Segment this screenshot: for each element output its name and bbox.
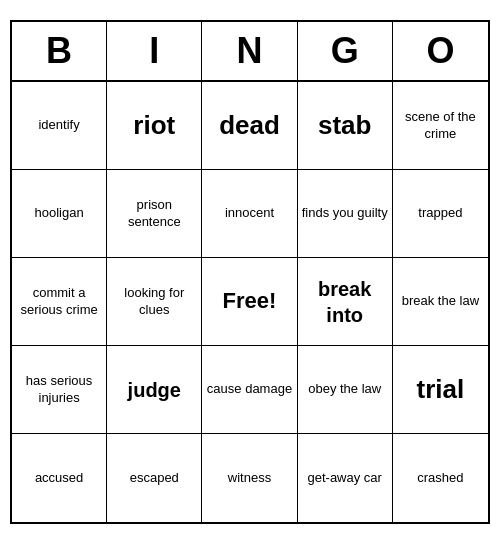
bingo-cell-10[interactable]: commit a serious crime — [12, 258, 107, 346]
header-letter-g: G — [298, 22, 393, 80]
bingo-cell-7[interactable]: innocent — [202, 170, 297, 258]
header-letter-n: N — [202, 22, 297, 80]
bingo-cell-17[interactable]: cause damage — [202, 346, 297, 434]
bingo-cell-text-13: break into — [302, 276, 388, 328]
bingo-cell-text-11: looking for clues — [111, 285, 197, 319]
bingo-cell-5[interactable]: hooligan — [12, 170, 107, 258]
header-letter-i: I — [107, 22, 202, 80]
bingo-cell-22[interactable]: witness — [202, 434, 297, 522]
bingo-cell-16[interactable]: judge — [107, 346, 202, 434]
bingo-cell-20[interactable]: accused — [12, 434, 107, 522]
bingo-cell-text-0: identify — [38, 117, 79, 134]
bingo-cell-text-12: Free! — [223, 287, 277, 316]
bingo-cell-text-15: has serious injuries — [16, 373, 102, 407]
bingo-cell-text-16: judge — [128, 377, 181, 403]
bingo-cell-24[interactable]: crashed — [393, 434, 488, 522]
bingo-cell-text-14: break the law — [402, 293, 479, 310]
bingo-cell-text-18: obey the law — [308, 381, 381, 398]
bingo-cell-14[interactable]: break the law — [393, 258, 488, 346]
bingo-cell-4[interactable]: scene of the crime — [393, 82, 488, 170]
bingo-cell-text-23: get-away car — [307, 470, 381, 487]
bingo-cell-19[interactable]: trial — [393, 346, 488, 434]
bingo-cell-text-17: cause damage — [207, 381, 292, 398]
bingo-cell-text-19: trial — [417, 373, 465, 407]
bingo-cell-text-3: stab — [318, 109, 371, 143]
bingo-cell-15[interactable]: has serious injuries — [12, 346, 107, 434]
bingo-card: BINGO identifyriotdeadstabscene of the c… — [10, 20, 490, 524]
bingo-cell-text-21: escaped — [130, 470, 179, 487]
bingo-cell-text-9: trapped — [418, 205, 462, 222]
bingo-cell-2[interactable]: dead — [202, 82, 297, 170]
bingo-cell-text-10: commit a serious crime — [16, 285, 102, 319]
bingo-cell-text-8: finds you guilty — [302, 205, 388, 222]
bingo-cell-3[interactable]: stab — [298, 82, 393, 170]
bingo-grid: identifyriotdeadstabscene of the crimeho… — [12, 82, 488, 522]
bingo-cell-12[interactable]: Free! — [202, 258, 297, 346]
bingo-cell-text-24: crashed — [417, 470, 463, 487]
bingo-cell-text-22: witness — [228, 470, 271, 487]
header-letter-b: B — [12, 22, 107, 80]
bingo-cell-text-5: hooligan — [35, 205, 84, 222]
bingo-cell-text-20: accused — [35, 470, 83, 487]
bingo-cell-21[interactable]: escaped — [107, 434, 202, 522]
bingo-cell-text-1: riot — [133, 109, 175, 143]
bingo-cell-8[interactable]: finds you guilty — [298, 170, 393, 258]
bingo-cell-text-6: prison sentence — [111, 197, 197, 231]
bingo-cell-text-4: scene of the crime — [397, 109, 484, 143]
header-letter-o: O — [393, 22, 488, 80]
bingo-cell-11[interactable]: looking for clues — [107, 258, 202, 346]
bingo-cell-6[interactable]: prison sentence — [107, 170, 202, 258]
bingo-cell-text-7: innocent — [225, 205, 274, 222]
bingo-cell-text-2: dead — [219, 109, 280, 143]
bingo-cell-23[interactable]: get-away car — [298, 434, 393, 522]
bingo-cell-18[interactable]: obey the law — [298, 346, 393, 434]
bingo-cell-1[interactable]: riot — [107, 82, 202, 170]
bingo-header: BINGO — [12, 22, 488, 82]
bingo-cell-9[interactable]: trapped — [393, 170, 488, 258]
bingo-cell-13[interactable]: break into — [298, 258, 393, 346]
bingo-cell-0[interactable]: identify — [12, 82, 107, 170]
